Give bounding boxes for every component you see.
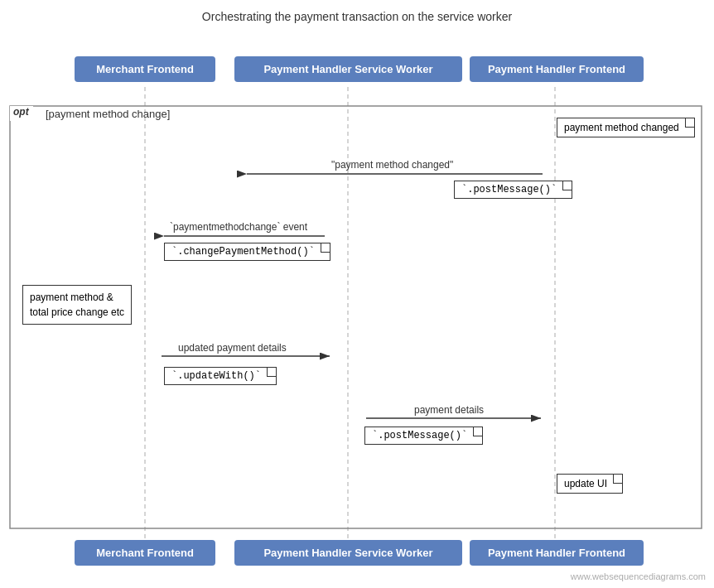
method-postmessage-2: `.postMessage()` — [364, 427, 483, 445]
method-postmessage-1: `.postMessage()` — [454, 181, 572, 199]
arrow-label-pm-changed: "payment method changed" — [331, 159, 453, 171]
note-update-ui: update UI — [557, 474, 623, 494]
actor-service-worker-bottom: Payment Handler Service Worker — [234, 540, 462, 566]
actor-merchant-top: Merchant Frontend — [75, 56, 215, 82]
diagram-container: Orchestrating the payment transaction on… — [0, 0, 714, 588]
side-note-pm-total: payment method &total price change etc — [22, 285, 132, 325]
actor-service-worker-top: Payment Handler Service Worker — [234, 56, 462, 82]
arrow-label-updated-pd: updated payment details — [178, 342, 287, 354]
opt-guard: [payment method change] — [46, 108, 170, 120]
actor-payment-handler-bottom: Payment Handler Frontend — [470, 540, 644, 566]
note-payment-method-changed: payment method changed — [557, 118, 695, 137]
diagram-title: Orchestrating the payment transaction on… — [0, 0, 714, 30]
arrow-label-pmchange: `paymentmethodchange` event — [170, 221, 307, 233]
method-updatewith: `.updateWith()` — [164, 367, 277, 385]
actor-merchant-bottom: Merchant Frontend — [75, 540, 215, 566]
actor-payment-handler-top: Payment Handler Frontend — [470, 56, 644, 82]
arrow-label-pd: payment details — [414, 404, 484, 416]
opt-label: opt — [12, 106, 31, 118]
method-change-pm: `.changePaymentMethod()` — [164, 243, 330, 261]
watermark: www.websequencediagrams.com — [571, 571, 706, 581]
